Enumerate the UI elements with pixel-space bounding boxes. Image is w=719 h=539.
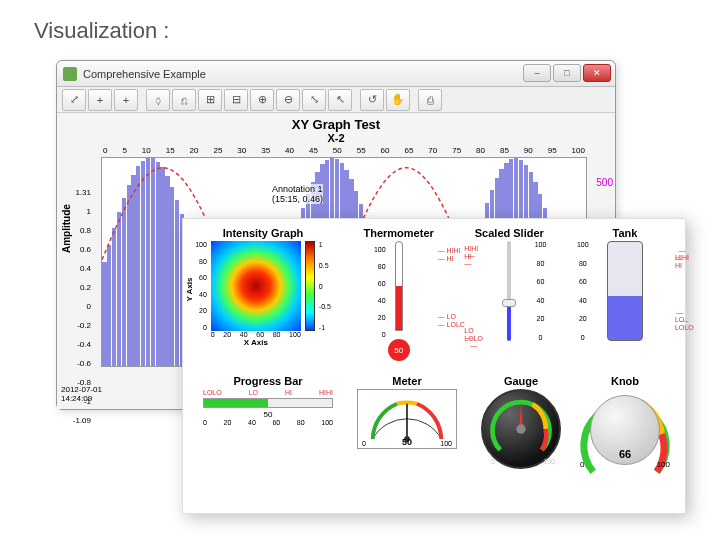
tool-zoom-y-icon[interactable]: +: [114, 89, 138, 111]
tank-ticks: 100806040200: [577, 241, 589, 341]
knob-title: Knob: [575, 375, 675, 387]
widgets-panel: Intensity Graph 100806040200 02040608010…: [182, 218, 686, 514]
titlebar[interactable]: Comprehensive Example – □ ✕: [57, 61, 615, 87]
tool-stack-icon[interactable]: ⊞: [198, 89, 222, 111]
chart-subtitle: X-2: [65, 132, 607, 144]
knob: Knob 66 0 100: [575, 375, 675, 465]
progress-bar: Progress Bar LOLOLOHIHIHI 50 02040608010…: [193, 375, 343, 426]
slider-title: Scaled Slider: [464, 227, 554, 239]
progress-title: Progress Bar: [193, 375, 343, 387]
meter-face: 50 0 100: [357, 389, 457, 449]
tool-snapshot-icon[interactable]: ⎙: [418, 89, 442, 111]
minimize-button[interactable]: –: [523, 64, 551, 82]
meter-title: Meter: [347, 375, 467, 387]
thermo-title: Thermometer: [354, 227, 444, 239]
intensity-x-ticks: 020406080100: [211, 331, 301, 338]
intensity-y-ticks: 100806040200: [195, 241, 207, 331]
meter-tick-min: 0: [362, 440, 366, 447]
progress-ticks: 020406080100: [203, 419, 333, 426]
svg-point-3: [516, 424, 526, 434]
tool-pointer-icon[interactable]: ↖: [328, 89, 352, 111]
close-button[interactable]: ✕: [583, 64, 611, 82]
progress-value: 50: [193, 410, 343, 419]
knob-tick-min: 0: [580, 460, 584, 469]
timestamp: 2012-07-01 14:24:09: [61, 385, 102, 403]
gauge-tick-min: 0: [491, 458, 495, 465]
meter: Meter 50 0 100: [347, 375, 467, 449]
intensity-xlabel: X Axis: [211, 338, 301, 347]
maximize-button[interactable]: □: [553, 64, 581, 82]
annotation: Annotation 1 (15:15, 0.46): [272, 184, 323, 204]
intensity-graph: Intensity Graph 100806040200 02040608010…: [193, 227, 333, 361]
tank-title: Tank: [575, 227, 675, 239]
thermo-fill: [396, 286, 402, 330]
heatmap[interactable]: [211, 241, 301, 331]
tank-body-rect: [607, 241, 643, 341]
toolbar: ⤢ + + ⎀ ⎌ ⊞ ⊟ ⊕ ⊖ ⤡ ↖ ↺ ✋ ⎙: [57, 87, 615, 113]
tool-add-annotation-icon[interactable]: ⎀: [146, 89, 170, 111]
thermometer: Thermometer 100806040200 50 — HIHI— HI —…: [354, 227, 444, 361]
progress-alarm-labels: LOLOLOHIHIHI: [203, 389, 333, 396]
y2-ticks: 500: [596, 177, 613, 188]
tool-zoom-x-icon[interactable]: +: [88, 89, 112, 111]
tool-rubber-icon[interactable]: ⤡: [302, 89, 326, 111]
gauge: Gauge 0 100: [471, 375, 571, 469]
progress-track: [203, 398, 333, 408]
x-top-ticks: 0510152025303540455055606570758085909510…: [101, 146, 587, 155]
gauge-face: 0 100: [481, 389, 561, 469]
slider-ticks: 100806040200: [535, 241, 547, 341]
tool-pan-icon[interactable]: ✋: [386, 89, 410, 111]
colorbar: [305, 241, 315, 331]
gauge-title: Gauge: [471, 375, 571, 387]
tool-zoom-out-icon[interactable]: ⊖: [276, 89, 300, 111]
slider-thumb[interactable]: [502, 299, 516, 307]
tool-zoom-in-icon[interactable]: ⊕: [250, 89, 274, 111]
thermo-bulb: 50: [388, 339, 410, 361]
thermo-tube: [395, 241, 403, 331]
chart-title: XY Graph Test: [65, 117, 607, 132]
app-icon: [63, 67, 77, 81]
tool-remove-annotation-icon[interactable]: ⎌: [172, 89, 196, 111]
scaled-slider: Scaled Slider HIHI —HI — LO —LOLO — 1008…: [464, 227, 554, 361]
colorbar-ticks: 10.50-0.5-1: [319, 241, 331, 331]
intensity-title: Intensity Graph: [193, 227, 333, 239]
tank: Tank 100806040200 — HIHI— HI — LO— LOLO: [575, 227, 675, 361]
tool-undo-icon[interactable]: ↺: [360, 89, 384, 111]
meter-tick-max: 100: [440, 440, 452, 447]
knob-tick-max: 100: [657, 460, 670, 469]
intensity-ylabel: Y Axis: [185, 277, 194, 301]
slider-track[interactable]: [507, 241, 511, 341]
thermo-ticks: 100806040200: [364, 241, 386, 343]
gauge-tick-max: 100: [543, 458, 555, 465]
tool-unstack-icon[interactable]: ⊟: [224, 89, 248, 111]
tool-autoscale-icon[interactable]: ⤢: [62, 89, 86, 111]
page-heading: Visualization :: [34, 18, 169, 44]
knob-value: 66: [619, 448, 631, 460]
knob-dial[interactable]: 66: [590, 395, 660, 465]
window-title: Comprehensive Example: [83, 68, 206, 80]
